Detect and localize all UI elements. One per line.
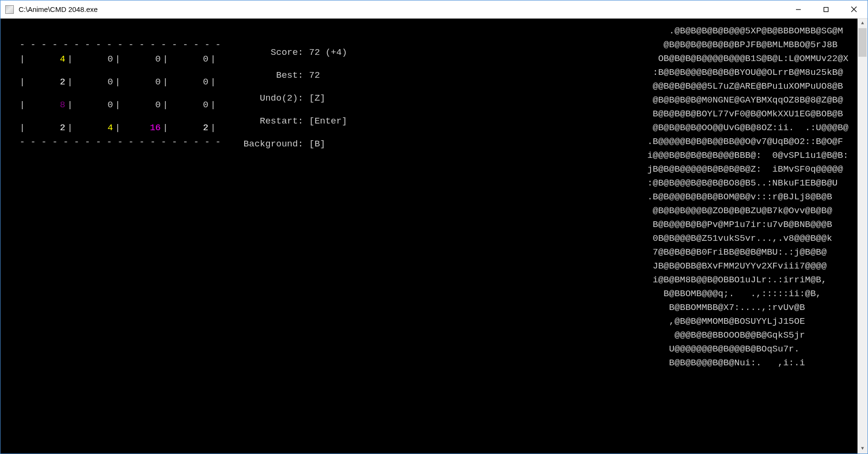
maximize-icon	[823, 7, 829, 12]
svg-rect-1	[824, 7, 828, 11]
board-row: |8|0|0|0|	[20, 98, 221, 112]
board-row: |2|0|0|0|	[20, 75, 221, 89]
board-row: |2|4|16|2|	[20, 121, 221, 135]
restart-label: Restart:	[234, 114, 303, 128]
board-divider-bottom: - - - - - - - - - - - - - - - - - - -	[20, 135, 221, 149]
cell-value: 0	[73, 52, 115, 66]
window-controls	[785, 0, 868, 18]
cell-value: 0	[168, 75, 210, 89]
application-window: C:\Anime\CMD 2048.exe - - - - - - - - - …	[0, 0, 868, 454]
cell-divider: |	[67, 52, 73, 66]
cell-divider: |	[163, 75, 168, 89]
cell-divider: |	[163, 121, 168, 135]
cell-divider: |	[20, 75, 25, 89]
scrollbar-thumb[interactable]	[858, 28, 867, 57]
cell-value: 0	[168, 52, 210, 66]
cell-divider: |	[210, 121, 216, 135]
cell-value: 4	[25, 52, 67, 66]
cell-divider: |	[67, 98, 73, 112]
scroll-down-arrow-icon[interactable]: ▼	[858, 444, 868, 454]
ascii-art: .@B@B@B@B@B@@@5XP@B@BBBOMBB@SG@M @B@B@B@…	[647, 24, 848, 370]
restart-key: [Enter]	[309, 114, 347, 128]
score-line: Score: 72 (+4)	[234, 45, 347, 60]
app-icon	[5, 5, 14, 14]
score-label: Score:	[234, 45, 303, 60]
cell-value: 4	[73, 121, 115, 135]
cell-value: 0	[73, 98, 115, 112]
cell-value: 2	[168, 121, 210, 135]
cell-divider: |	[115, 75, 121, 89]
close-icon	[851, 6, 857, 12]
cell-value: 0	[121, 98, 163, 112]
cell-divider: |	[20, 52, 25, 66]
cell-value: 8	[25, 98, 67, 112]
cell-divider: |	[115, 121, 121, 135]
best-value: 72	[309, 68, 320, 83]
status-panel: Score: 72 (+4) Best: 72 Undo(2): [Z] Res…	[234, 45, 347, 160]
best-line: Best: 72	[234, 68, 347, 83]
best-label: Best:	[234, 68, 303, 83]
background-line: Background: [B]	[234, 137, 347, 151]
restart-line: Restart: [Enter]	[234, 114, 347, 128]
cell-divider: |	[20, 121, 25, 135]
cell-divider: |	[67, 75, 73, 89]
board-divider-top: - - - - - - - - - - - - - - - - - - -	[20, 38, 221, 52]
maximize-button[interactable]	[812, 0, 840, 18]
cell-divider: |	[210, 98, 216, 112]
score-value: 72 (+4)	[309, 45, 347, 60]
cell-divider: |	[115, 52, 121, 66]
cell-divider: |	[115, 98, 121, 112]
close-button[interactable]	[840, 0, 868, 18]
minimize-icon	[796, 7, 801, 12]
cell-divider: |	[20, 98, 25, 112]
game-board: - - - - - - - - - - - - - - - - - - - |4…	[20, 38, 221, 149]
scroll-up-arrow-icon[interactable]: ▲	[858, 19, 868, 28]
cell-value: 0	[121, 52, 163, 66]
background-label: Background:	[234, 137, 303, 151]
cell-value: 0	[73, 75, 115, 89]
console-area[interactable]: - - - - - - - - - - - - - - - - - - - |4…	[0, 19, 868, 454]
vertical-scrollbar[interactable]: ▲ ▼	[858, 19, 868, 454]
background-key: [B]	[309, 137, 325, 151]
cell-divider: |	[210, 75, 216, 89]
cell-value: 2	[25, 121, 67, 135]
cell-value: 0	[121, 75, 163, 89]
minimize-button[interactable]	[785, 0, 812, 18]
cell-value: 0	[168, 98, 210, 112]
cell-value: 2	[25, 75, 67, 89]
cell-divider: |	[163, 52, 168, 66]
undo-label: Undo(2):	[234, 91, 303, 105]
cell-divider: |	[163, 98, 168, 112]
cell-divider: |	[210, 52, 216, 66]
cell-value: 16	[121, 121, 163, 135]
undo-key: [Z]	[309, 91, 325, 105]
titlebar[interactable]: C:\Anime\CMD 2048.exe	[0, 0, 868, 19]
undo-line: Undo(2): [Z]	[234, 91, 347, 105]
window-title: C:\Anime\CMD 2048.exe	[19, 5, 98, 13]
cell-divider: |	[67, 121, 73, 135]
board-row: |4|0|0|0|	[20, 52, 221, 66]
